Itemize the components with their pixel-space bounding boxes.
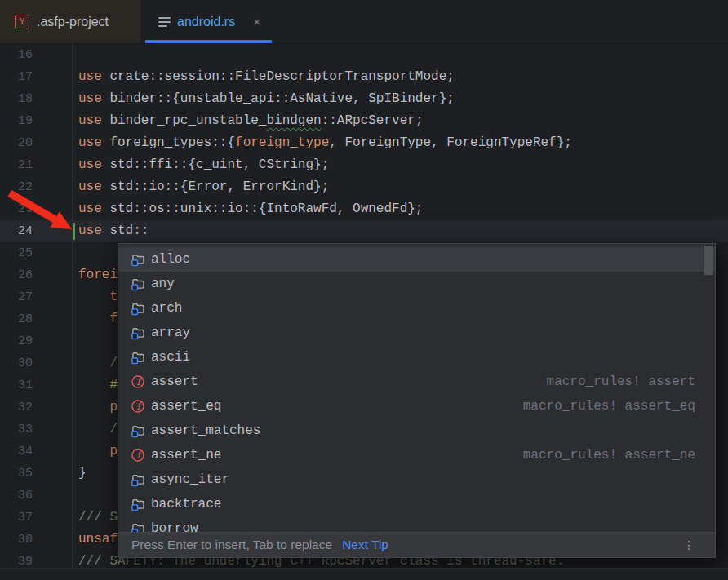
gutter-separator [72,44,73,569]
completion-hint-bar: Press Enter to insert, Tab to replace Ne… [118,532,715,557]
completion-label: assert_eq [151,399,221,414]
line-number: 34 [0,441,33,463]
completion-item[interactable]: backtrace [118,492,715,516]
completion-detail: macro_rules! assert_ne [523,448,695,463]
completion-item[interactable]: fassert_nemacro_rules! assert_ne [118,443,715,467]
module-icon [131,497,145,511]
code-text: use std::io::{Error, ErrorKind}; [78,176,329,198]
line-number: 27 [0,286,33,308]
next-tip-link[interactable]: Next Tip [342,538,388,552]
tab-asfp-project[interactable]: Y .asfp-project [0,0,140,43]
module-icon [131,350,145,365]
yaml-file-icon: Y [15,15,29,29]
completion-item[interactable]: ascii [118,345,715,370]
completion-label: backtrace [151,497,221,511]
line-number: 24 [0,220,33,242]
completion-item[interactable]: borrow [118,516,715,533]
code-text: use crate::session::FileDescriptorTransp… [78,66,455,88]
hint-text: Press Enter to insert, Tab to replace [131,538,332,552]
line-number: 38 [0,529,33,551]
tab-label: .asfp-project [37,15,109,29]
code-text: use std::ffi::{c_uint, CString}; [78,154,329,176]
line-number: 17 [0,66,33,88]
line-number: 35 [0,463,33,485]
line-number: 16 [0,44,33,66]
more-options-icon[interactable]: ⋮ [683,538,695,551]
completion-item[interactable]: array [118,321,715,345]
macro-icon: f [131,448,145,463]
code-text: use foreign_types::{foreign_type, Foreig… [78,132,572,154]
text-file-icon [158,17,171,27]
completion-label: array [151,325,190,340]
module-icon [131,521,145,533]
completion-item[interactable]: arch [118,296,715,321]
module-icon [131,301,145,316]
close-tab-icon[interactable]: × [253,15,260,28]
ide-window: Y .asfp-project android.rs × 1617use cra… [0,0,728,580]
code-text: use std:: [78,220,149,242]
line-number: 18 [0,88,33,110]
line-number: 37 [0,507,33,529]
code-text: use binder::{unstable_api::AsNative, SpI… [78,88,455,110]
module-icon [131,277,145,291]
module-icon [131,325,145,340]
completion-label: assert_ne [151,448,221,463]
module-icon [131,252,145,267]
module-icon [131,423,145,438]
code-line[interactable]: 21use std::ffi::{c_uint, CString}; [0,154,728,176]
line-number: 32 [0,396,33,418]
macro-icon: f [131,374,145,389]
line-number: 33 [0,418,33,441]
completion-item[interactable]: async_iter [118,467,715,492]
code-line[interactable]: 18use binder::{unstable_api::AsNative, S… [0,88,728,110]
code-line[interactable]: 19use binder_rpc_unstable_bindgen::ARpcS… [0,110,728,132]
line-number: 19 [0,110,33,132]
code-line[interactable]: 24use std:: [0,220,728,242]
code-line[interactable]: 23use std::os::unix::io::{IntoRawFd, Own… [0,198,728,220]
line-number: 21 [0,154,33,176]
completion-item[interactable]: any [118,272,715,296]
completion-label: arch [151,301,182,316]
completion-label: assert_matches [151,423,260,438]
bottom-strip [0,568,728,580]
line-number: 23 [0,198,33,220]
tab-android-rs[interactable]: android.rs × [140,0,272,43]
completion-detail: macro_rules! assert_eq [523,399,695,414]
popup-scrollbar-thumb[interactable] [704,246,713,275]
completion-list: allocanyarcharrayasciifassertmacro_rules… [118,247,715,533]
line-number: 29 [0,330,33,352]
line-number: 25 [0,242,33,264]
line-number: 31 [0,374,33,396]
line-number: 28 [0,308,33,330]
code-line[interactable]: 17use crate::session::FileDescriptorTran… [0,66,728,88]
line-number: 30 [0,352,33,374]
editor-tab-bar: Y .asfp-project android.rs × [0,0,728,44]
line-number: 36 [0,485,33,507]
tab-label: android.rs [177,15,235,29]
code-line[interactable]: 22use std::io::{Error, ErrorKind}; [0,176,728,198]
completion-label: ascii [151,350,190,365]
code-line[interactable]: 16 [0,44,728,66]
completion-item[interactable]: alloc [118,247,715,272]
macro-icon: f [131,399,145,414]
code-text: use binder_rpc_unstable_bindgen::ARpcSer… [78,110,423,132]
completion-detail: macro_rules! assert [547,374,695,389]
line-number: 26 [0,264,33,286]
code-text: use std::os::unix::io::{IntoRawFd, Owned… [78,198,423,220]
completion-item[interactable]: assert_matches [118,418,715,443]
completion-label: alloc [151,252,190,267]
code-text: } [78,463,87,485]
completion-label: any [151,277,175,291]
completion-item[interactable]: fassert_eqmacro_rules! assert_eq [118,394,715,418]
completion-item[interactable]: fassertmacro_rules! assert [118,370,715,394]
completion-label: assert [151,374,198,389]
line-number: 20 [0,132,33,154]
completion-label: borrow [151,521,198,533]
line-number: 22 [0,176,33,198]
completion-popup: allocanyarcharrayasciifassertmacro_rules… [118,243,716,558]
code-line[interactable]: 20use foreign_types::{foreign_type, Fore… [0,132,728,154]
module-icon [131,472,145,487]
completion-label: async_iter [151,472,229,487]
